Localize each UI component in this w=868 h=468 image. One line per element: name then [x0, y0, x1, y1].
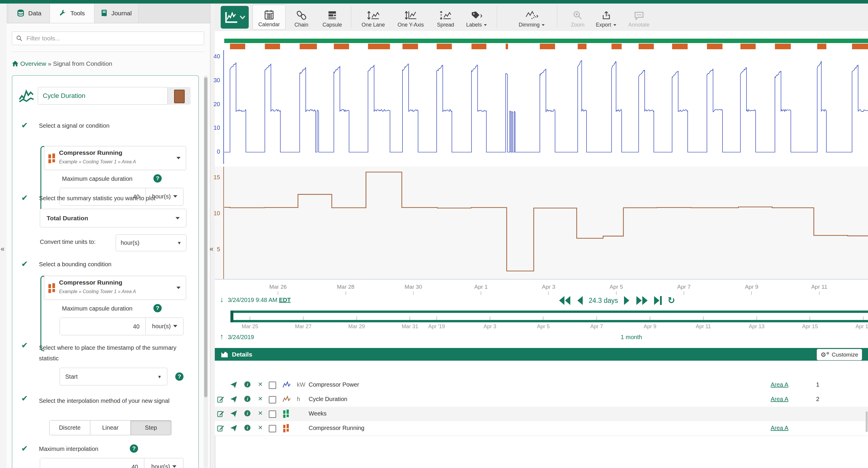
compressor-running-capsule[interactable] — [437, 44, 452, 49]
row-checkbox[interactable] — [269, 396, 276, 403]
tool-name-field[interactable]: Cycle Duration — [38, 87, 167, 105]
compressor-running-capsule[interactable] — [265, 44, 280, 49]
statistic-select[interactable]: Total Duration — [40, 209, 186, 227]
edit-icon[interactable] — [217, 425, 224, 432]
send-icon[interactable] — [230, 410, 237, 417]
send-icon[interactable] — [230, 396, 237, 403]
timeline-left-handle[interactable] — [230, 310, 234, 322]
bounding-select-dropdown[interactable]: Compressor Running Example » Cooling Tow… — [44, 276, 186, 300]
compressor-running-capsule[interactable] — [741, 44, 756, 49]
compressor-running-capsule[interactable] — [639, 44, 654, 49]
timeline-range-label[interactable]: 1 month — [608, 334, 655, 341]
interp-linear-button[interactable]: Linear — [90, 420, 131, 435]
row-checkbox[interactable] — [269, 381, 276, 389]
compressor-running-capsule[interactable] — [368, 44, 390, 49]
step-forward-much-icon[interactable] — [636, 296, 648, 305]
help-icon[interactable]: ? — [130, 444, 138, 453]
filter-tools-input[interactable] — [26, 34, 200, 42]
edit-icon[interactable] — [217, 396, 224, 403]
step-back-much-icon[interactable] — [559, 296, 571, 305]
interpolation-button-group: Discrete Linear Step — [49, 420, 172, 435]
compressor-running-capsule[interactable] — [817, 44, 827, 49]
tab-tools[interactable]: Tools — [50, 4, 94, 23]
max-capsule-duration2-input[interactable] — [60, 318, 146, 335]
customize-button[interactable]: ⚙⚙ Customize — [817, 349, 862, 360]
toolbar-chain-button[interactable]: Chain — [287, 5, 315, 30]
send-icon[interactable] — [230, 381, 237, 389]
info-icon[interactable]: i — [244, 425, 250, 431]
compressor-running-capsule[interactable] — [775, 44, 791, 49]
max-interpolation-input[interactable] — [40, 458, 144, 468]
help-icon[interactable]: ? — [153, 174, 162, 182]
cycle-duration-line[interactable] — [224, 172, 868, 271]
details-scrollbar-thumb[interactable] — [866, 411, 868, 432]
duration-label[interactable]: 24.3 days — [589, 297, 618, 305]
help-icon[interactable]: ? — [153, 304, 162, 312]
trend-view-button[interactable] — [221, 6, 249, 29]
timeline-selection-region[interactable] — [232, 313, 868, 320]
color-swatch-button[interactable] — [174, 90, 185, 103]
toolbar-one-y-axis-button[interactable]: One Y-Axis — [392, 5, 430, 30]
remove-icon[interactable]: ✕ — [258, 410, 263, 417]
compressor-running-capsule[interactable] — [334, 44, 349, 49]
timestamp-placement-select[interactable]: Start ▼ — [60, 368, 167, 386]
range-start-datetime[interactable]: 3/24/2019 9:48 AM — [228, 297, 277, 303]
timeline-start-date[interactable]: 3/24/2019 — [228, 334, 254, 341]
timeline-bottom-bar[interactable] — [232, 320, 868, 322]
step-back-icon[interactable] — [576, 296, 583, 305]
weeks-capsule-bar[interactable] — [224, 39, 868, 43]
step-forward-icon[interactable] — [623, 296, 630, 305]
interp-step-button[interactable]: Step — [131, 420, 172, 435]
max-capsule-duration2-unit-select[interactable]: hour(s) — [146, 318, 184, 334]
filter-tools-search[interactable] — [12, 32, 204, 45]
toolbar-spread-button[interactable]: Spread — [431, 5, 460, 30]
row-checkbox[interactable] — [269, 425, 276, 432]
compressor-running-capsule[interactable] — [506, 44, 508, 49]
help-icon[interactable]: ? — [175, 372, 184, 381]
row-checkbox[interactable] — [269, 410, 276, 418]
remove-icon[interactable]: ✕ — [258, 424, 263, 431]
toolbar-labels-button[interactable]: Labels — [461, 5, 492, 30]
toolbar-capsule-button[interactable]: Capsule — [316, 5, 348, 30]
row-asset-link[interactable]: Area A — [771, 381, 788, 388]
signal-select-dropdown[interactable]: Compressor Running Example » Cooling Tow… — [44, 146, 186, 170]
compressor-running-capsule[interactable] — [612, 44, 622, 49]
row-asset-link[interactable]: Area A — [771, 425, 788, 431]
compressor-running-capsule[interactable] — [707, 44, 722, 49]
toolbar-calendar-button[interactable]: Calendar — [253, 5, 286, 30]
compressor-running-capsule[interactable] — [672, 44, 688, 49]
compressor-power-line[interactable] — [224, 61, 868, 152]
compressor-running-capsule[interactable] — [852, 44, 868, 49]
info-icon[interactable]: i — [244, 410, 250, 416]
interp-discrete-button[interactable]: Discrete — [49, 420, 90, 435]
info-icon[interactable]: i — [244, 381, 250, 388]
lane2-y-axis[interactable] — [223, 167, 224, 279]
timeline-top-bar[interactable] — [232, 310, 868, 313]
convert-time-units-select[interactable]: hour(s) ▼ — [116, 234, 186, 251]
refresh-icon[interactable]: ↻ — [668, 296, 675, 305]
compressor-running-capsule[interactable] — [471, 44, 486, 49]
edit-icon[interactable] — [217, 410, 224, 417]
timezone-link[interactable]: EDT — [279, 297, 290, 303]
breadcrumb-overview-link[interactable]: Overview — [20, 60, 46, 67]
compressor-running-capsule[interactable] — [540, 44, 555, 49]
toolbar-export-button[interactable]: Export — [592, 5, 621, 30]
row-asset-link[interactable]: Area A — [771, 396, 788, 403]
toolbar-one-lane-button[interactable]: One Lane — [356, 5, 391, 30]
remove-icon[interactable]: ✕ — [258, 381, 263, 388]
info-icon[interactable]: i — [244, 396, 250, 402]
compressor-running-capsule[interactable] — [578, 44, 587, 49]
condition-icon — [49, 283, 56, 293]
remove-icon[interactable]: ✕ — [258, 395, 263, 402]
collapse-left-panel-icon[interactable]: « — [1, 245, 4, 253]
max-interpolation-unit-select[interactable]: hour(s) — [144, 458, 184, 468]
compressor-running-capsule[interactable] — [402, 44, 418, 49]
send-icon[interactable] — [230, 425, 237, 432]
compressor-running-capsule[interactable] — [230, 44, 245, 49]
compressor-running-capsule[interactable] — [300, 44, 317, 49]
tab-journal[interactable]: Journal — [94, 4, 139, 23]
lane1-y-axis[interactable] — [223, 50, 224, 164]
step-to-end-icon[interactable] — [653, 296, 662, 305]
toolbar-dimming-button[interactable]: Dimming — [511, 5, 553, 30]
tab-data[interactable]: Data — [9, 4, 50, 23]
